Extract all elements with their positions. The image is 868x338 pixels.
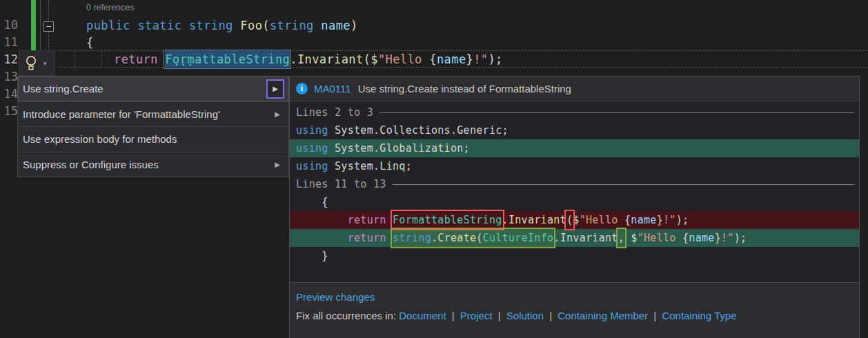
submenu-expander[interactable]: ▶ [266,79,284,99]
preview-footer: Preview changes Fix all occurrences in: … [290,282,859,338]
submenu-arrow-icon[interactable]: ▶ [275,161,283,168]
lightbulb-icon [24,55,38,71]
codelens-references[interactable]: 0 references [86,3,134,12]
link-separator: | [544,310,555,321]
line-number-15: 15 [0,103,18,120]
suggestion-ellipsis: ... [174,59,194,66]
current-line-highlight: return FormattableString.Invariant($"Hel… [59,50,868,68]
preview-changes-link[interactable]: Preview changes [296,291,375,303]
fix-all-link-document[interactable]: Document [399,310,446,321]
red-annotation-box: FormattableString [393,211,502,229]
collapse-region-icon[interactable] [43,21,54,32]
code-line-12[interactable]: return FormattableString.Invariant($"Hel… [114,51,503,68]
line-number-12: 12 [0,51,18,68]
menu-item-1[interactable]: Use string.Create▶ [18,77,288,101]
menu-item-3[interactable]: Use expression body for methods [18,126,288,152]
menu-item-label: Suppress or Configure issues [23,159,275,170]
fix-all-link-containing-member[interactable]: Containing Member [558,310,648,321]
link-separator: | [446,310,457,321]
menu-item-label: Use string.Create [23,83,266,95]
diff-line: using System.Collections.Generic; [290,121,859,139]
quick-actions-menu: Use string.Create▶Introduce parameter fo… [17,76,289,177]
info-icon: i [296,83,308,95]
line-number-13: 13 [0,68,18,86]
line-number-10: 10 [0,17,18,34]
diff-section-header: Lines 11 to 13 [290,175,859,193]
link-separator: | [493,310,504,321]
diff-line-removed: return FormattableString.Invariant($"Hel… [290,211,859,229]
code-line-10[interactable]: public static string Foo(string name) [86,17,358,34]
submenu-arrow-icon[interactable]: ▶ [273,85,278,92]
submenu-arrow-icon[interactable]: ▶ [275,110,283,118]
green-annotation-box: , [618,229,624,247]
diff-line-added: using System.Globalization; [290,139,859,157]
green-annotation-box: string.Create(CultureInfo [393,229,553,247]
red-annotation-box: ( [566,211,573,229]
diagnostic-id: MA0111 [314,83,351,95]
fix-all-link-project[interactable]: Project [460,310,493,321]
menu-item-2[interactable]: Introduce parameter for 'FormattableStri… [18,101,288,127]
menu-item-4[interactable]: Suppress or Configure issues▶ [18,152,288,177]
chevron-down-icon[interactable]: ▾ [43,60,47,67]
diff-section-header: Lines 2 to 3 [290,103,859,121]
link-separator: | [648,310,659,321]
code-fix-preview-panel: i MA0111 Use string.Create instead of Fo… [289,76,860,338]
line-number-14: 14 [0,86,18,103]
diagnostic-message: Use string.Create instead of Formattable… [358,83,571,95]
code-line-11[interactable]: { [86,34,94,52]
diff-line: { [290,193,859,211]
fix-all-link-containing-type[interactable]: Containing Type [662,310,736,321]
fix-all-link-solution[interactable]: Solution [506,310,544,321]
fix-all-label: Fix all occurrences in: [296,310,396,321]
menu-item-label: Use expression body for methods [23,133,283,145]
diagnostic-header: i MA0111 Use string.Create instead of Fo… [290,77,859,101]
diff-line: using System.Linq; [290,157,859,175]
menu-item-label: Introduce parameter for 'FormattableStri… [23,108,275,120]
diff-line: } [290,247,859,265]
line-number-11: 11 [0,34,18,51]
diff-preview: Lines 2 to 3using System.Collections.Gen… [290,101,859,265]
section-rule [379,112,854,113]
section-rule [393,184,854,185]
quick-actions-lightbulb[interactable]: ▾ [19,50,55,76]
diff-line-added: return string.Create(CultureInfo.Invaria… [290,229,859,247]
